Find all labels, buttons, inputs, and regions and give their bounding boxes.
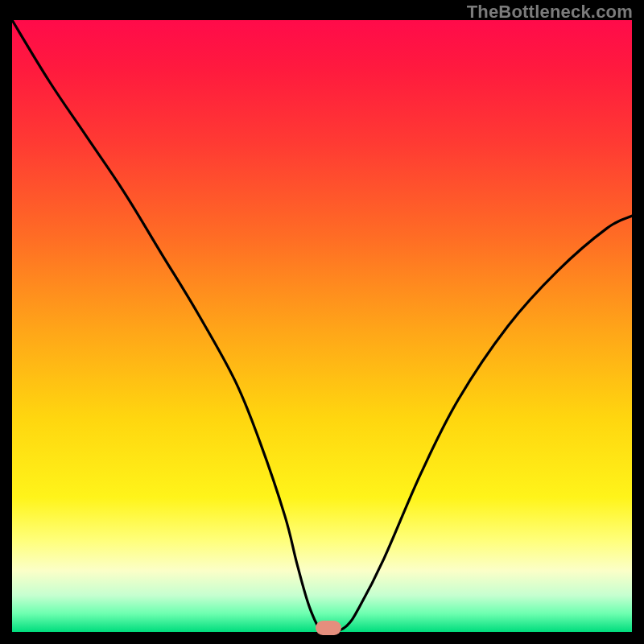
bottleneck-curve [12, 20, 632, 632]
curve-path [12, 20, 632, 632]
chart-plot-area [12, 20, 632, 632]
stage: TheBottleneck.com [0, 0, 644, 644]
optimum-marker [316, 621, 341, 635]
